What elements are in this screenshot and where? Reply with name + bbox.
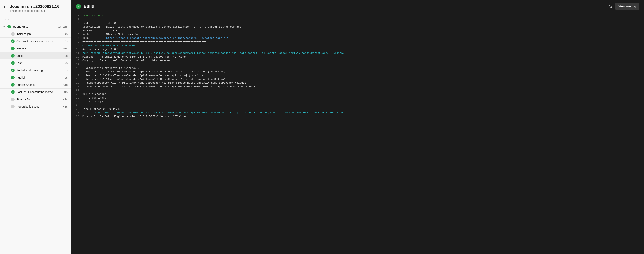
log-line: 1Starting: Build: [72, 14, 644, 18]
job-step-label: Build: [16, 54, 61, 57]
jobs-heading: Jobs: [0, 15, 71, 23]
line-number: 5: [72, 29, 82, 33]
job-parent-row[interactable]: Agent job 1 1m 25s: [0, 23, 71, 31]
job-step-label: Publish: [16, 76, 63, 79]
line-text: [82, 89, 644, 92]
job-step-label: Post-job: Checkout the-morse...: [16, 91, 61, 94]
line-text: [82, 103, 644, 107]
run-title-block: Jobs in run #20200621.16 The morse code …: [10, 4, 60, 12]
line-text: Task : .NET Core: [82, 21, 644, 25]
log-line: 22Build succeeded.: [72, 92, 644, 96]
log-panel: Build View raw log 1Starting: Build2====…: [72, 0, 644, 254]
job-step-label: Initialize job: [16, 32, 63, 36]
job-step-row[interactable]: Restore41s: [0, 45, 71, 52]
line-number: 4: [72, 25, 82, 29]
line-text: 0 Warning(s): [82, 96, 644, 100]
log-line: 21: [72, 89, 644, 92]
line-number: 25: [72, 103, 82, 107]
line-text: Determining projects to restore...: [82, 66, 644, 70]
line-text: Description : Build, test, package, or p…: [82, 25, 644, 29]
line-number: 12: [72, 55, 82, 59]
line-number: 13: [72, 59, 82, 62]
job-step-row[interactable]: Build13s: [0, 52, 71, 60]
line-number: 3: [72, 21, 82, 25]
success-icon: [76, 4, 81, 9]
job-step-time: 13s: [63, 54, 68, 57]
success-icon: [11, 76, 14, 79]
line-text: C:\windows\system32\chcp.com 65001: [82, 44, 644, 48]
line-number: 20: [72, 85, 82, 89]
job-list: Agent job 1 1m 25s Initialize job4sCheck…: [0, 23, 71, 110]
search-icon[interactable]: [608, 5, 612, 9]
job-step-row[interactable]: Initialize job4s: [0, 31, 71, 38]
job-step-time: <1s: [63, 98, 68, 101]
view-raw-log-button[interactable]: View raw log: [615, 3, 639, 10]
job-step-time: <1s: [63, 91, 68, 94]
job-step-row[interactable]: Test7s: [0, 60, 71, 67]
sidebar: Jobs in run #20200621.16 The morse code …: [0, 0, 72, 254]
line-text: "C:\Program Files\dotnet\dotnet.exe" bui…: [82, 111, 644, 115]
line-text: 0 Error(s): [82, 100, 644, 103]
job-parent-label: Agent job 1: [13, 25, 56, 28]
line-number: 8: [72, 40, 82, 44]
success-icon: [11, 47, 14, 50]
log-line: 8=======================================…: [72, 40, 644, 44]
line-number: 7: [72, 36, 82, 40]
line-text: Help : https://docs.microsoft.com/azure/…: [82, 36, 644, 40]
line-number: 21: [72, 89, 82, 92]
line-text: TheMorseDecoder.Api -> D:\a\1\s\TheMorse…: [82, 81, 644, 85]
log-line: 18 Restored D:\a\1\s\TheMorseDecoder.Api…: [72, 77, 644, 81]
line-number: 15: [72, 66, 82, 70]
line-number: 19: [72, 81, 82, 85]
line-number: 1: [72, 14, 82, 18]
job-step-label: Restore: [16, 47, 61, 50]
log-line: 2=======================================…: [72, 18, 644, 21]
line-text: Restored D:\a\1\s\TheMorseDecoder.Api.Te…: [82, 77, 644, 81]
log-line: 27"C:\Program Files\dotnet\dotnet.exe" b…: [72, 111, 644, 115]
line-text: Time Elapsed 00:00:11.49: [82, 107, 644, 111]
line-text: [82, 62, 644, 66]
job-step-row[interactable]: Finalize Job<1s: [0, 96, 71, 103]
log-line: 11"C:\Program Files\dotnet\dotnet.exe" b…: [72, 51, 644, 55]
log-line: 26Time Elapsed 00:00:11.49: [72, 107, 644, 111]
job-step-time: 6s: [65, 40, 68, 43]
success-icon: [11, 69, 14, 72]
line-number: 18: [72, 77, 82, 81]
log-line: 13Copyright (C) Microsoft Corporation. A…: [72, 59, 644, 62]
job-step-row[interactable]: Report build status<1s: [0, 103, 71, 110]
line-text: TheMorseDecoder.Api.Tests -> D:\a\1\s\Th…: [82, 85, 644, 89]
line-number: 22: [72, 92, 82, 96]
log-line: 16 Restored D:\a\1\s\TheMorseDecoder.Api…: [72, 70, 644, 74]
line-text: Author : Microsoft Corporation: [82, 33, 644, 36]
log-line: 10Active code page: 65001: [72, 48, 644, 51]
job-step-row[interactable]: Checkout the-morse-code-dec...6s: [0, 38, 71, 45]
sidebar-header: Jobs in run #20200621.16 The morse code …: [0, 0, 71, 15]
success-icon: [11, 90, 14, 94]
log-header: Build View raw log: [72, 0, 644, 13]
line-number: 11: [72, 51, 82, 55]
job-step-row[interactable]: Publish2s: [0, 74, 71, 81]
job-step-row[interactable]: Publish Artifact<1s: [0, 81, 71, 89]
job-parent-time: 1m 25s: [58, 25, 68, 28]
job-step-row[interactable]: Post-job: Checkout the-morse...<1s: [0, 89, 71, 96]
log-body[interactable]: 1Starting: Build2=======================…: [72, 13, 644, 254]
line-number: 14: [72, 62, 82, 66]
line-number: 26: [72, 107, 82, 111]
job-step-row[interactable]: Publish code coverage8s: [0, 67, 71, 74]
line-number: 2: [72, 18, 82, 21]
job-step-time: 41s: [63, 47, 68, 50]
success-icon: [11, 83, 14, 87]
help-link[interactable]: https://docs.microsoft.com/azure/devops/…: [106, 37, 229, 40]
line-number: 10: [72, 48, 82, 51]
log-line: 6Author : Microsoft Corporation: [72, 33, 644, 36]
svg-point-0: [609, 5, 612, 8]
back-arrow-icon[interactable]: [3, 5, 7, 9]
line-text: Microsoft (R) Build Engine version 16.6.…: [82, 115, 644, 118]
log-line: 3Task : .NET Core: [72, 21, 644, 25]
line-number: 9: [72, 44, 82, 48]
log-line: 23 0 Warning(s): [72, 96, 644, 100]
svg-line-1: [611, 7, 612, 8]
line-number: 17: [72, 74, 82, 77]
log-line: 24 0 Error(s): [72, 100, 644, 103]
job-step-label: Checkout the-morse-code-dec...: [16, 40, 63, 43]
